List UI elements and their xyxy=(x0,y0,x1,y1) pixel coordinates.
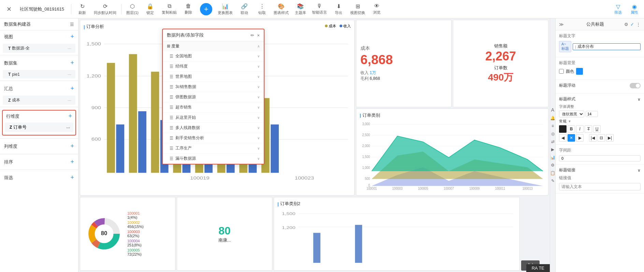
section-view[interactable]: 视图 + xyxy=(0,30,78,43)
close-button[interactable]: ✕ xyxy=(3,4,14,15)
dataset-item-1[interactable]: T pie1 ··· xyxy=(3,70,75,78)
lock-button[interactable]: 🔒 锁定 xyxy=(142,2,158,17)
sync-time-button[interactable]: ⟳ 同步默认时间 xyxy=(92,2,118,17)
title-color-picker[interactable] xyxy=(576,68,583,75)
title-link-header[interactable]: 标题链接 ∨ xyxy=(559,167,641,173)
dropdown-item-route[interactable]: ☰ 多人线路数据 ∨ xyxy=(163,123,264,133)
chart-style-button[interactable]: 🎨 图表样式 xyxy=(272,2,291,17)
toolbar-separator-1 xyxy=(71,4,71,14)
dropdown-item-national-map[interactable]: ☰ 全国地图 ∨ xyxy=(163,51,264,61)
add-button[interactable]: + xyxy=(200,3,212,15)
font-size-input[interactable] xyxy=(586,111,598,117)
strikethrough-button[interactable]: T̶ xyxy=(585,125,592,133)
strip-icon-10[interactable]: ✎ xyxy=(551,177,555,184)
dropdown-item-process[interactable]: ☰ 工序生产 ∨ xyxy=(163,143,264,154)
align-col-right[interactable]: ▶| xyxy=(606,134,614,142)
section-sort[interactable]: 排序 + xyxy=(0,156,78,168)
view-item-more[interactable]: ··· xyxy=(68,46,71,51)
theme-button[interactable]: 📚 主题库 xyxy=(292,2,309,17)
align-right-button[interactable]: ▶ xyxy=(576,134,584,142)
link-button[interactable]: 🔗 联动 xyxy=(236,2,253,17)
title-style-header[interactable]: 标题样式 ∨ xyxy=(559,96,641,102)
dropdown-item-supermarket[interactable]: ☰ 超市销售 ∨ xyxy=(163,102,264,113)
title-bg-checkbox[interactable] xyxy=(559,69,564,74)
bold-button[interactable]: B xyxy=(568,125,575,133)
browse-button[interactable]: 👁 浏览 xyxy=(369,2,385,17)
section-sort-add[interactable]: + xyxy=(70,158,74,166)
section-dataset[interactable]: 数据集 + xyxy=(0,57,78,69)
section-view-add[interactable]: + xyxy=(70,33,74,40)
align-col-center[interactable]: ⊟ xyxy=(598,134,605,142)
section-summary[interactable]: 汇总 + xyxy=(0,82,78,95)
align-col-left[interactable]: |◀ xyxy=(589,134,597,142)
svg-text:1,000: 1,000 xyxy=(362,166,370,170)
link-input[interactable] xyxy=(559,183,641,190)
dropdown-item-world-map[interactable]: ☰ 世界地图 ∨ xyxy=(163,72,264,82)
dataset-item-more[interactable]: ··· xyxy=(68,72,71,77)
dropdown-item-latlong[interactable]: ☰ 经纬度 ∨ xyxy=(163,61,264,72)
section-summary-add[interactable]: + xyxy=(70,85,74,92)
strip-icon-6[interactable]: ▶ xyxy=(551,146,554,153)
section-col-dim[interactable]: 列维度 + xyxy=(0,140,78,153)
dropdown-section-measure[interactable]: ⊞ 度量 ∧ xyxy=(163,41,264,51)
section-filter[interactable]: 筛选 + xyxy=(0,171,78,184)
color-preview[interactable] xyxy=(559,125,567,133)
summary-item-more[interactable]: ··· xyxy=(68,98,71,103)
gear-icon[interactable]: ⚙ xyxy=(624,22,628,27)
collapse-icon[interactable]: ☰ xyxy=(70,22,74,27)
list-icon: ☰ xyxy=(170,54,173,59)
check-icon[interactable]: ✓ xyxy=(630,22,634,27)
strip-icon-4[interactable]: ◎ xyxy=(551,130,555,137)
view-switch-icon: ⊞ xyxy=(356,3,360,10)
row-dim-add[interactable]: + xyxy=(68,113,72,120)
underline-button[interactable]: U xyxy=(593,125,601,133)
dropdown-close-icon[interactable]: × xyxy=(257,33,260,38)
section-col-add[interactable]: + xyxy=(70,143,74,150)
strip-icon-8[interactable]: ⚙ xyxy=(551,162,555,169)
ai-button[interactable]: 🎙 智能语言 xyxy=(310,2,329,17)
more-icon[interactable]: ⋮ xyxy=(636,22,641,27)
filter-button[interactable]: ▽ 筛选 xyxy=(612,3,624,15)
dropdown-edit-icon[interactable]: ✏ xyxy=(251,33,254,38)
dropdown-item-razor-sales[interactable]: ☰ 剃手党销售分析 ∨ xyxy=(163,133,264,143)
dropdown-item-start-here[interactable]: ☰ 从这里开始 ∨ xyxy=(163,113,264,123)
divider-3 xyxy=(0,107,78,107)
title-float-toggle[interactable] xyxy=(630,83,641,88)
italic-button[interactable]: I xyxy=(576,125,584,133)
area-chart-svg: 3,000 2,500 2,000 1,500 1,000 500 0 xyxy=(360,120,545,191)
refresh-button[interactable]: ↻ 刷新 xyxy=(74,2,90,17)
dropdown-item-funnel[interactable]: ☰ 漏斗数据源 ∨ xyxy=(163,154,264,164)
summary-item-1[interactable]: Z 成本 ··· xyxy=(3,96,75,105)
export-button[interactable]: ⬇ 导出 xyxy=(330,2,347,17)
copy-paste-button[interactable]: ⧉ 复制粘贴 xyxy=(160,2,179,17)
char-spacing-input[interactable] xyxy=(559,155,641,161)
dropdown-title: 数据列表/添加字段 xyxy=(167,32,204,38)
section-dataset-add[interactable]: + xyxy=(70,59,74,67)
attr-button[interactable]: ◉ 属性 xyxy=(628,3,641,15)
delete-button[interactable]: 🗑 删除 xyxy=(180,2,197,17)
view-switch-button[interactable]: ⊞ 视图切换 xyxy=(348,2,367,17)
svg-rect-10 xyxy=(129,54,137,173)
strip-icon-7[interactable]: 📊 xyxy=(550,154,555,161)
change-chart-button[interactable]: 📊 更换图表 xyxy=(216,2,235,17)
sidebar-expand-button[interactable]: A 🔔 ≡ ◎ ⇄ ▶ 📊 ⚙ 📋 ✎ xyxy=(550,18,555,272)
align-center-button[interactable]: ✕ xyxy=(568,134,575,142)
dropdown-item-3c-sales[interactable]: ☰ 3c销售数据 ∨ xyxy=(163,82,264,92)
strip-icon-3[interactable]: ≡ xyxy=(552,123,554,129)
drill-button[interactable]: ⋮ 钻取 xyxy=(254,2,270,17)
dropdown-item-pie-source[interactable]: ☰ 饼图数据源 ∨ xyxy=(163,92,264,102)
right-panel-expand[interactable]: ≫ xyxy=(559,22,564,27)
row-dim-item-more[interactable]: ··· xyxy=(66,125,70,130)
row-dim-header[interactable]: 行维度 + xyxy=(3,111,75,122)
strip-icon-2[interactable]: 🔔 xyxy=(550,115,555,121)
font-family-select[interactable]: 微软雅黑 xyxy=(559,111,584,117)
strip-icon-9[interactable]: 📋 xyxy=(550,170,555,176)
view-item-1[interactable]: T 数据源-全 ··· xyxy=(3,44,75,53)
layers-button[interactable]: ⬡ 图层(1) xyxy=(124,2,141,17)
strip-icon-5[interactable]: ⇄ xyxy=(551,138,555,145)
align-left-button[interactable]: ◀ xyxy=(559,134,567,142)
section-filter-add[interactable]: + xyxy=(70,174,74,181)
row-dim-item-1[interactable]: Z 订单号 ··· xyxy=(5,123,73,132)
title-text-input[interactable] xyxy=(577,44,638,49)
strip-icon-1[interactable]: A xyxy=(551,106,554,114)
